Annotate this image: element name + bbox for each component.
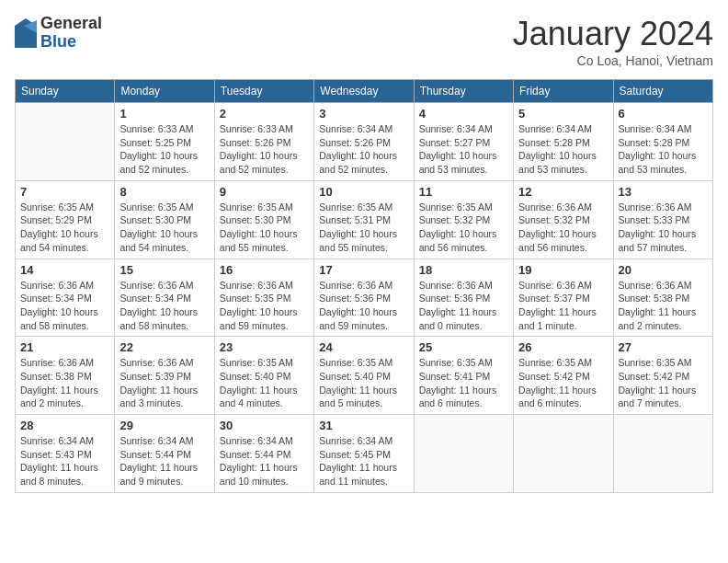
calendar-week-row: 1Sunrise: 6:33 AMSunset: 5:25 PMDaylight…: [16, 103, 713, 181]
weekday-header: Sunday: [16, 80, 115, 103]
day-number: 9: [220, 185, 309, 199]
calendar-week-row: 28Sunrise: 6:34 AMSunset: 5:43 PMDayligh…: [16, 415, 713, 493]
day-info: Sunrise: 6:34 AMSunset: 5:44 PMDaylight:…: [119, 434, 209, 488]
calendar-table: SundayMondayTuesdayWednesdayThursdayFrid…: [15, 79, 713, 493]
calendar-cell: 20Sunrise: 6:36 AMSunset: 5:38 PMDayligh…: [613, 259, 712, 337]
calendar-body: 1Sunrise: 6:33 AMSunset: 5:25 PMDaylight…: [16, 103, 713, 493]
day-info: Sunrise: 6:36 AMSunset: 5:37 PMDaylight:…: [518, 279, 608, 333]
calendar-cell: [514, 415, 613, 493]
calendar-cell: 23Sunrise: 6:35 AMSunset: 5:40 PMDayligh…: [214, 337, 313, 415]
day-number: 22: [119, 340, 209, 354]
weekday-header: Tuesday: [214, 80, 313, 103]
day-number: 15: [119, 263, 209, 277]
logo-general: General: [40, 15, 102, 33]
day-info: Sunrise: 6:34 AMSunset: 5:28 PMDaylight:…: [518, 122, 608, 177]
calendar-cell: 24Sunrise: 6:35 AMSunset: 5:40 PMDayligh…: [314, 337, 414, 415]
logo-icon: [15, 18, 37, 48]
calendar-cell: 10Sunrise: 6:35 AMSunset: 5:31 PMDayligh…: [314, 180, 414, 259]
day-info: Sunrise: 6:34 AMSunset: 5:45 PMDaylight:…: [319, 434, 408, 488]
day-info: Sunrise: 6:35 AMSunset: 5:29 PMDaylight:…: [20, 201, 109, 255]
calendar-cell: 22Sunrise: 6:36 AMSunset: 5:39 PMDayligh…: [115, 337, 214, 415]
calendar-cell: 13Sunrise: 6:36 AMSunset: 5:33 PMDayligh…: [613, 180, 712, 259]
calendar-cell: 9Sunrise: 6:35 AMSunset: 5:30 PMDaylight…: [214, 180, 313, 259]
day-number: 11: [419, 185, 508, 199]
day-number: 2: [220, 107, 309, 121]
calendar-week-row: 21Sunrise: 6:36 AMSunset: 5:38 PMDayligh…: [16, 337, 713, 415]
day-info: Sunrise: 6:34 AMSunset: 5:44 PMDaylight:…: [220, 434, 309, 488]
day-info: Sunrise: 6:36 AMSunset: 5:39 PMDaylight:…: [119, 356, 209, 410]
calendar-week-row: 7Sunrise: 6:35 AMSunset: 5:29 PMDaylight…: [16, 180, 713, 259]
day-number: 31: [319, 419, 408, 432]
day-info: Sunrise: 6:35 AMSunset: 5:42 PMDaylight:…: [619, 356, 708, 410]
day-info: Sunrise: 6:34 AMSunset: 5:27 PMDaylight:…: [419, 122, 508, 177]
day-info: Sunrise: 6:36 AMSunset: 5:32 PMDaylight:…: [518, 201, 608, 255]
day-number: 7: [20, 185, 109, 199]
calendar-cell: 11Sunrise: 6:35 AMSunset: 5:32 PMDayligh…: [414, 180, 513, 259]
day-number: 30: [220, 419, 309, 432]
day-info: Sunrise: 6:34 AMSunset: 5:43 PMDaylight:…: [20, 434, 109, 488]
day-number: 8: [119, 185, 209, 199]
day-info: Sunrise: 6:36 AMSunset: 5:38 PMDaylight:…: [20, 356, 109, 410]
calendar-cell: 21Sunrise: 6:36 AMSunset: 5:38 PMDayligh…: [16, 337, 115, 415]
calendar-cell: 25Sunrise: 6:35 AMSunset: 5:41 PMDayligh…: [414, 337, 513, 415]
day-info: Sunrise: 6:35 AMSunset: 5:32 PMDaylight:…: [419, 201, 508, 255]
day-info: Sunrise: 6:36 AMSunset: 5:34 PMDaylight:…: [20, 279, 109, 333]
day-number: 24: [319, 340, 408, 354]
calendar-cell: [16, 103, 115, 181]
logo-text: General Blue: [40, 15, 102, 52]
day-number: 25: [419, 340, 508, 354]
day-number: 16: [220, 263, 309, 277]
calendar-week-row: 14Sunrise: 6:36 AMSunset: 5:34 PMDayligh…: [16, 259, 713, 337]
day-number: 14: [20, 263, 109, 277]
day-number: 3: [319, 107, 408, 121]
day-number: 6: [619, 107, 708, 121]
calendar-cell: 4Sunrise: 6:34 AMSunset: 5:27 PMDaylight…: [414, 103, 513, 181]
calendar-cell: 7Sunrise: 6:35 AMSunset: 5:29 PMDaylight…: [16, 180, 115, 259]
calendar-cell: 6Sunrise: 6:34 AMSunset: 5:28 PMDaylight…: [613, 103, 712, 181]
calendar-cell: 12Sunrise: 6:36 AMSunset: 5:32 PMDayligh…: [514, 180, 613, 259]
day-info: Sunrise: 6:36 AMSunset: 5:35 PMDaylight:…: [220, 279, 309, 333]
day-number: 12: [518, 185, 608, 199]
day-info: Sunrise: 6:36 AMSunset: 5:36 PMDaylight:…: [419, 279, 508, 333]
day-number: 4: [419, 107, 508, 121]
day-number: 29: [119, 419, 209, 432]
day-info: Sunrise: 6:33 AMSunset: 5:26 PMDaylight:…: [220, 122, 309, 177]
day-number: 1: [119, 107, 209, 121]
calendar-cell: 27Sunrise: 6:35 AMSunset: 5:42 PMDayligh…: [613, 337, 712, 415]
calendar-cell: 14Sunrise: 6:36 AMSunset: 5:34 PMDayligh…: [16, 259, 115, 337]
calendar-cell: 17Sunrise: 6:36 AMSunset: 5:36 PMDayligh…: [314, 259, 414, 337]
day-number: 26: [518, 340, 608, 354]
day-number: 28: [20, 419, 109, 432]
day-info: Sunrise: 6:35 AMSunset: 5:30 PMDaylight:…: [220, 201, 309, 255]
calendar-cell: 31Sunrise: 6:34 AMSunset: 5:45 PMDayligh…: [314, 415, 414, 493]
day-info: Sunrise: 6:36 AMSunset: 5:33 PMDaylight:…: [619, 201, 708, 255]
day-info: Sunrise: 6:35 AMSunset: 5:31 PMDaylight:…: [319, 201, 408, 255]
calendar-cell: 30Sunrise: 6:34 AMSunset: 5:44 PMDayligh…: [214, 415, 313, 493]
calendar-cell: 2Sunrise: 6:33 AMSunset: 5:26 PMDaylight…: [214, 103, 313, 181]
calendar-cell: 5Sunrise: 6:34 AMSunset: 5:28 PMDaylight…: [514, 103, 613, 181]
day-number: 21: [20, 340, 109, 354]
day-info: Sunrise: 6:36 AMSunset: 5:34 PMDaylight:…: [119, 279, 209, 333]
calendar-cell: 18Sunrise: 6:36 AMSunset: 5:36 PMDayligh…: [414, 259, 513, 337]
day-info: Sunrise: 6:36 AMSunset: 5:38 PMDaylight:…: [619, 279, 708, 333]
calendar-cell: 28Sunrise: 6:34 AMSunset: 5:43 PMDayligh…: [16, 415, 115, 493]
day-number: 23: [220, 340, 309, 354]
day-number: 5: [518, 107, 608, 121]
calendar-cell: [613, 415, 712, 493]
day-number: 27: [619, 340, 708, 354]
day-info: Sunrise: 6:35 AMSunset: 5:40 PMDaylight:…: [220, 356, 309, 410]
calendar-cell: 29Sunrise: 6:34 AMSunset: 5:44 PMDayligh…: [115, 415, 214, 493]
day-number: 13: [619, 185, 708, 199]
weekday-header: Thursday: [414, 80, 513, 103]
weekday-header: Friday: [514, 80, 613, 103]
calendar-cell: 19Sunrise: 6:36 AMSunset: 5:37 PMDayligh…: [514, 259, 613, 337]
calendar-cell: 15Sunrise: 6:36 AMSunset: 5:34 PMDayligh…: [115, 259, 214, 337]
calendar-cell: 8Sunrise: 6:35 AMSunset: 5:30 PMDaylight…: [115, 180, 214, 259]
calendar-cell: [414, 415, 513, 493]
logo: General Blue: [15, 15, 102, 52]
calendar-cell: 1Sunrise: 6:33 AMSunset: 5:25 PMDaylight…: [115, 103, 214, 181]
weekday-header: Wednesday: [314, 80, 414, 103]
day-number: 20: [619, 263, 708, 277]
title-block: January 2024 Co Loa, Hanoi, Vietnam: [513, 15, 713, 68]
day-info: Sunrise: 6:36 AMSunset: 5:36 PMDaylight:…: [319, 279, 408, 333]
